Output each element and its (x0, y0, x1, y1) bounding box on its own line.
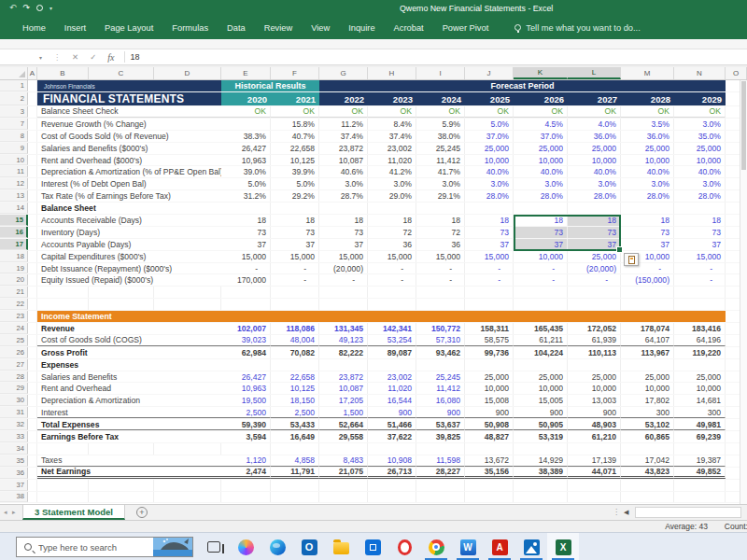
cell[interactable]: 48,004 (271, 335, 319, 346)
cell[interactable] (568, 287, 621, 298)
cell[interactable] (28, 359, 37, 371)
cell[interactable] (89, 287, 154, 298)
row-header-18[interactable]: 18 (0, 251, 28, 262)
cell[interactable]: 17,802 (621, 395, 674, 406)
cell[interactable]: 158,311 (465, 323, 514, 334)
cell[interactable]: 73 (221, 227, 271, 238)
cell[interactable]: 2,500 (221, 407, 271, 418)
cell[interactable]: (150,000) (621, 274, 674, 286)
cell[interactable]: 39,023 (221, 335, 271, 346)
cell[interactable] (568, 480, 621, 491)
sheet-title-cell[interactable]: FINANCIAL STATEMENTS (37, 92, 221, 105)
cell[interactable]: 300 (674, 407, 726, 418)
row-label[interactable]: Total Expenses (37, 419, 221, 430)
cell[interactable]: 300 (621, 407, 674, 418)
row-header-24[interactable]: 24 (0, 323, 28, 334)
ribbon-tab-home[interactable]: Home (13, 16, 55, 39)
row-label[interactable]: Accounts Payable (Days) (37, 239, 221, 250)
cell[interactable] (674, 480, 726, 491)
cell[interactable]: 31.2% (221, 190, 271, 202)
cell[interactable]: 37 (621, 239, 674, 250)
column-header-O[interactable]: O (726, 67, 747, 79)
formula-bar-value[interactable]: 18 (130, 52, 139, 62)
cell[interactable]: 3.0% (568, 178, 621, 189)
row-header-25[interactable]: 25 (0, 335, 28, 346)
cell[interactable] (465, 359, 514, 371)
cell[interactable] (416, 299, 465, 310)
cell[interactable]: 15,000 (416, 251, 465, 262)
cell[interactable]: 10,000 (621, 155, 674, 166)
hscroll-splitter[interactable]: ⋮ (613, 508, 620, 516)
cell[interactable]: 21,075 (319, 468, 368, 479)
cell[interactable]: 113,967 (621, 347, 674, 358)
cell[interactable]: - (514, 274, 568, 286)
customize-qat-icon[interactable]: ▾ (49, 5, 52, 11)
cell[interactable] (221, 203, 271, 214)
cell[interactable]: OK (621, 106, 674, 118)
cell[interactable]: 28,227 (416, 468, 465, 479)
touch-mode-icon[interactable] (36, 5, 43, 11)
row-label[interactable]: Salaries and Benefits ($000's) (37, 143, 221, 154)
taskbar-icon-file-explorer[interactable] (325, 533, 357, 560)
cell[interactable]: 3.0% (674, 178, 726, 189)
taskbar-icon-copilot[interactable] (230, 533, 261, 560)
cell[interactable]: OK (416, 106, 465, 118)
cell[interactable] (28, 190, 37, 202)
cell[interactable]: 1,120 (221, 455, 271, 467)
cell[interactable]: 19,500 (221, 395, 271, 406)
sheet-tab-3-statement-model[interactable]: 3 Statement Model (22, 505, 125, 520)
cell[interactable] (89, 443, 154, 455)
cell[interactable]: OK (368, 106, 416, 118)
row-header-2[interactable]: 2 (0, 92, 28, 105)
cell[interactable]: 18 (621, 215, 674, 226)
cell[interactable]: 35.0% (674, 131, 726, 142)
row-label[interactable]: Capital Expenditures ($000's) (37, 251, 221, 262)
row-label[interactable]: Taxes (37, 455, 221, 467)
year-header-2025[interactable]: 2025 (465, 92, 514, 105)
row-label[interactable]: Debt Issuance (Repayment) ($000's) (37, 263, 221, 274)
cell[interactable] (465, 492, 514, 503)
cell[interactable]: 3,594 (221, 431, 271, 442)
cell[interactable]: - (674, 274, 726, 286)
cell[interactable]: 178,074 (621, 323, 674, 334)
cell[interactable]: OK (514, 106, 568, 118)
cell[interactable]: 16,544 (368, 395, 416, 406)
cell[interactable]: 25,000 (568, 143, 621, 154)
tell-me-box[interactable]: Tell me what you want to do... (514, 23, 640, 33)
cell[interactable]: 49,981 (674, 419, 726, 430)
cell[interactable]: 23,002 (368, 143, 416, 154)
cell[interactable] (28, 239, 37, 250)
cell[interactable] (368, 480, 416, 491)
cell[interactable]: (20,000) (319, 263, 368, 274)
row-header-37[interactable]: 37 (0, 480, 28, 491)
cell[interactable] (28, 178, 37, 189)
cell[interactable] (568, 492, 621, 503)
taskbar-search-box[interactable]: Type here to search (16, 537, 193, 557)
cell[interactable] (674, 203, 726, 214)
column-header-C[interactable]: C (89, 67, 154, 79)
cell[interactable]: 25,000 (465, 143, 514, 154)
cell[interactable] (621, 203, 674, 214)
cell[interactable]: 43,823 (621, 468, 674, 479)
cell[interactable]: 25,000 (674, 143, 726, 154)
ribbon-tab-data[interactable]: Data (218, 16, 255, 39)
cell[interactable] (514, 359, 568, 371)
cell[interactable] (674, 359, 726, 371)
cell[interactable] (89, 299, 154, 310)
cell[interactable]: 14,681 (674, 395, 726, 406)
row-header-1[interactable]: 1 (0, 80, 28, 91)
row-label[interactable]: Rent and Overhead (37, 383, 221, 394)
cell[interactable]: 15,000 (319, 251, 368, 262)
row-label[interactable]: Expenses (37, 359, 221, 371)
column-header-G[interactable]: G (319, 67, 368, 79)
cell[interactable]: 39.9% (271, 166, 319, 177)
row-header-10[interactable]: 10 (0, 155, 28, 166)
cell[interactable] (319, 287, 368, 298)
cell[interactable] (28, 166, 37, 177)
cell[interactable] (28, 468, 37, 479)
cell[interactable]: - (368, 263, 416, 274)
cell[interactable]: 50,905 (514, 419, 568, 430)
cell[interactable]: 22,658 (271, 371, 319, 383)
cell[interactable]: 18 (319, 215, 368, 226)
cell[interactable]: - (568, 274, 621, 286)
